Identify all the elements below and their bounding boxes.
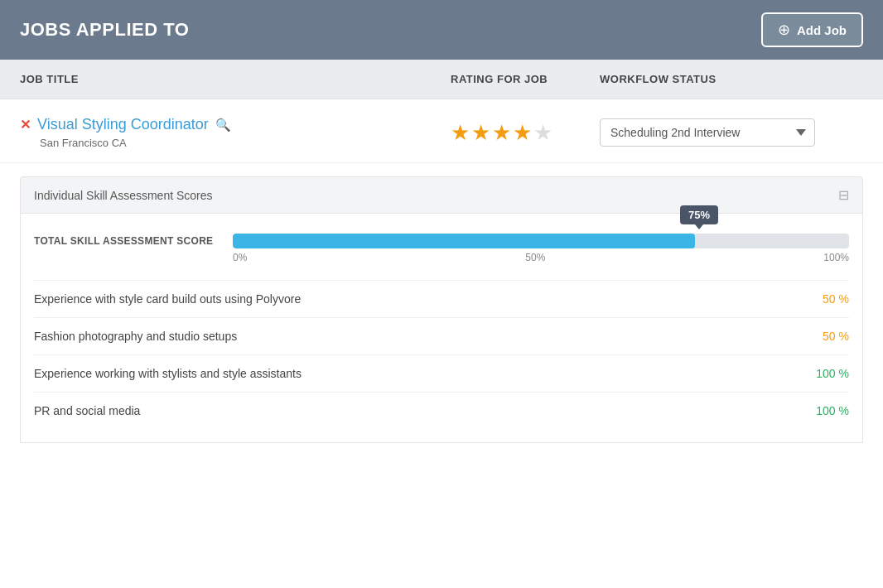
- skill-score: 50 %: [823, 292, 849, 306]
- skill-name: Experience with style card build outs us…: [34, 292, 301, 306]
- progress-labels: 0% 50% 100%: [34, 252, 849, 263]
- progress-bar-track: [233, 234, 849, 248]
- skill-assessment-section: Individual Skill Assessment Scores ⊟ TOT…: [20, 176, 863, 443]
- job-info: ✕ Visual Styling Coordinator 🔍 San Franc…: [20, 116, 451, 149]
- progress-container: 75%: [233, 234, 849, 248]
- progress-label-end: 100%: [823, 252, 849, 263]
- col-header-workflow: WORKFLOW STATUS: [600, 73, 863, 85]
- rating-area: ★ ★ ★ ★ ★: [451, 120, 600, 146]
- search-icon[interactable]: 🔍: [215, 118, 231, 133]
- star-rating[interactable]: ★ ★ ★ ★ ★: [451, 120, 552, 146]
- skill-item: Fashion photography and studio setups 50…: [34, 317, 849, 354]
- job-row: ✕ Visual Styling Coordinator 🔍 San Franc…: [0, 99, 883, 163]
- star-4[interactable]: ★: [513, 120, 532, 146]
- skill-score: 100 %: [816, 367, 849, 380]
- skill-item: PR and social media 100 %: [34, 392, 849, 429]
- progress-tooltip: 75%: [680, 205, 718, 224]
- skill-name: PR and social media: [34, 404, 140, 417]
- skill-section-title: Individual Skill Assessment Scores: [34, 189, 213, 202]
- total-score-label: TOTAL SKILL ASSESSMENT SCORE: [34, 235, 233, 247]
- job-title-link[interactable]: Visual Styling Coordinator: [37, 116, 209, 133]
- column-headers: JOB TITLE RATING FOR JOB WORKFLOW STATUS: [0, 60, 883, 99]
- job-location: San Francisco CA: [40, 137, 451, 149]
- workflow-area: Scheduling 2nd Interview Applied Phone S…: [600, 118, 863, 147]
- add-circle-icon: ⊕: [778, 21, 790, 39]
- skill-item: Experience working with stylists and sty…: [34, 354, 849, 392]
- skill-name: Experience working with stylists and sty…: [34, 367, 302, 380]
- delete-job-icon[interactable]: ✕: [20, 117, 31, 133]
- collapse-icon[interactable]: ⊟: [838, 187, 849, 203]
- skill-score: 50 %: [823, 330, 849, 343]
- skill-item: Experience with style card build outs us…: [34, 280, 849, 317]
- add-job-button[interactable]: ⊕ Add Job: [761, 12, 863, 47]
- skill-body: TOTAL SKILL ASSESSMENT SCORE 75% 0% 50% …: [20, 214, 863, 443]
- progress-label-start: 0%: [233, 252, 247, 263]
- star-1[interactable]: ★: [451, 120, 470, 146]
- add-job-label: Add Job: [797, 23, 847, 37]
- col-header-job-title: JOB TITLE: [20, 73, 451, 85]
- skill-score: 100 %: [816, 404, 849, 417]
- workflow-status-select[interactable]: Scheduling 2nd Interview Applied Phone S…: [600, 118, 815, 147]
- star-5[interactable]: ★: [533, 120, 552, 146]
- page-title: JOBS APPLIED TO: [20, 19, 189, 41]
- page-header: JOBS APPLIED TO ⊕ Add Job: [0, 0, 883, 60]
- skill-section-header: Individual Skill Assessment Scores ⊟: [20, 176, 863, 214]
- progress-bar-fill: [233, 234, 695, 248]
- star-2[interactable]: ★: [471, 120, 490, 146]
- star-3[interactable]: ★: [492, 120, 511, 146]
- skill-items: Experience with style card build outs us…: [34, 280, 849, 429]
- progress-label-middle: 50%: [525, 252, 545, 263]
- skill-name: Fashion photography and studio setups: [34, 330, 237, 343]
- total-score-row: TOTAL SKILL ASSESSMENT SCORE 75%: [34, 234, 849, 248]
- col-header-rating: RATING FOR JOB: [451, 73, 600, 85]
